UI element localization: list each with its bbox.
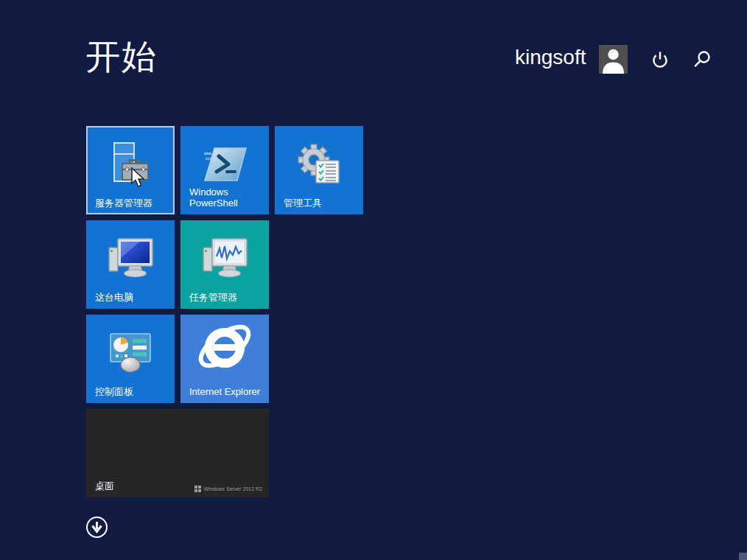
admin-tools-icon [275,133,363,195]
tile-label: Windows PowerShell [189,187,263,209]
tile-task-manager[interactable]: 任务管理器 [180,220,269,309]
computer-icon [86,228,175,290]
tile-label: 服务器管理器 [95,198,169,209]
tile-label: 桌面 [95,481,263,492]
start-tile-grid: 服务器管理器 Windows PowerShell [86,126,455,502]
tile-internet-explorer[interactable]: Internet Explorer [180,315,269,403]
page-title: 开始 [85,34,158,80]
user-avatar-icon [599,45,628,74]
all-apps-button[interactable] [85,516,108,539]
down-arrow-circle-icon [85,516,108,539]
user-avatar[interactable] [599,45,628,74]
screen-corner-chip [739,553,747,560]
tile-label: Internet Explorer [189,387,263,398]
tile-label: 控制面板 [95,387,169,398]
tile-label: 管理工具 [284,198,357,209]
tile-label: 这台电脑 [95,293,169,304]
task-manager-icon [180,228,269,290]
mouse-cursor-icon [130,167,147,192]
user-name[interactable]: kingsoft [515,46,586,69]
tile-admin-tools[interactable]: 管理工具 [275,126,363,214]
tile-server-manager[interactable]: 服务器管理器 [86,126,175,214]
tile-windows-powershell[interactable]: Windows PowerShell [180,126,269,214]
tile-desktop[interactable]: Windows Server 2012 R2 桌面 [86,409,269,497]
power-icon[interactable] [650,49,670,73]
search-icon[interactable] [692,50,712,72]
ie-icon [180,316,269,378]
control-panel-icon [86,322,175,384]
tile-this-pc[interactable]: 这台电脑 [86,220,175,309]
tile-control-panel[interactable]: 控制面板 [86,315,175,403]
tile-label: 任务管理器 [189,293,263,304]
